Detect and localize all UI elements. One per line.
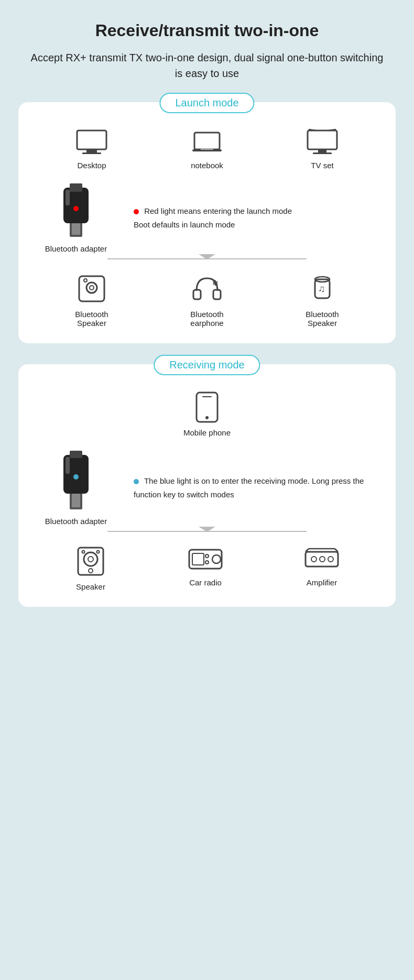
svg-rect-35 bbox=[66, 457, 70, 474]
svg-point-46 bbox=[205, 561, 209, 564]
launch-adapter-label: Bluetooth adapter bbox=[45, 244, 107, 253]
page-title: Receive/transmit two-in-one bbox=[95, 21, 319, 40]
device-notebook: notebook bbox=[190, 128, 224, 170]
receiving-adapter-col: Bluetooth adapter bbox=[34, 450, 118, 526]
svg-rect-33 bbox=[70, 451, 82, 458]
tv-icon bbox=[306, 128, 339, 157]
receiving-mode-badge: Receiving mode bbox=[154, 355, 260, 375]
svg-point-40 bbox=[82, 551, 85, 553]
amplifier-label: Amplifier bbox=[307, 578, 337, 587]
svg-rect-1 bbox=[86, 149, 97, 153]
svg-point-51 bbox=[311, 557, 317, 562]
svg-point-38 bbox=[88, 557, 93, 562]
svg-rect-43 bbox=[192, 553, 204, 565]
receiving-adapter-icon bbox=[55, 450, 97, 513]
svg-point-41 bbox=[97, 551, 100, 553]
car-radio-icon bbox=[187, 545, 224, 574]
bt-speaker2-icon: ♫ bbox=[306, 272, 339, 306]
svg-rect-17 bbox=[79, 276, 104, 301]
svg-rect-7 bbox=[318, 149, 326, 153]
launch-mode-card: Launch mode Desktop notebook bbox=[18, 102, 396, 343]
svg-rect-12 bbox=[72, 223, 80, 235]
bt-speaker1-label: BluetoothSpeaker bbox=[75, 310, 108, 328]
device-speaker: Speaker bbox=[74, 545, 107, 591]
svg-text:✱: ✱ bbox=[212, 279, 219, 287]
svg-point-45 bbox=[205, 554, 209, 558]
launch-adapter-icon bbox=[55, 182, 97, 240]
bt-speaker1-icon bbox=[75, 272, 108, 306]
svg-point-53 bbox=[328, 557, 333, 562]
device-bt-earphone: ✱ Bluetoothearphone bbox=[190, 272, 224, 328]
device-desktop: Desktop bbox=[75, 128, 108, 170]
svg-point-28 bbox=[205, 416, 209, 419]
blue-dot-icon bbox=[134, 479, 139, 484]
receiving-info-line1: The blue light is on to enter the receiv… bbox=[134, 474, 380, 501]
svg-point-39 bbox=[89, 569, 93, 573]
device-tv: TV set bbox=[306, 128, 339, 170]
mobile-icon bbox=[193, 390, 221, 424]
red-dot-icon bbox=[134, 209, 139, 214]
receiving-top-devices: Mobile phone bbox=[34, 390, 380, 437]
svg-text:♫: ♫ bbox=[318, 284, 325, 294]
desktop-icon bbox=[75, 128, 108, 157]
device-mobile: Mobile phone bbox=[183, 390, 231, 437]
receiving-adapter-label: Bluetooth adapter bbox=[45, 517, 107, 526]
svg-point-34 bbox=[73, 474, 79, 480]
svg-point-19 bbox=[90, 286, 94, 290]
svg-point-37 bbox=[84, 552, 97, 566]
notebook-icon bbox=[190, 128, 224, 157]
car-radio-label: Car radio bbox=[189, 578, 222, 587]
svg-rect-6 bbox=[308, 130, 337, 149]
svg-rect-42 bbox=[189, 550, 222, 569]
bt-earphone-icon: ✱ bbox=[190, 272, 224, 306]
desktop-label: Desktop bbox=[77, 161, 106, 170]
svg-point-20 bbox=[84, 279, 87, 282]
launch-top-devices: Desktop notebook TV set bbox=[34, 128, 380, 170]
launch-info-line1: Red light means entering the launch mode bbox=[134, 204, 380, 218]
launch-info-line2: Boot defaults in launch mode bbox=[134, 218, 380, 232]
svg-point-15 bbox=[73, 206, 79, 211]
svg-rect-21 bbox=[193, 290, 201, 299]
mobile-label: Mobile phone bbox=[183, 428, 231, 437]
svg-point-18 bbox=[86, 282, 97, 293]
receiving-mode-card: Receiving mode Mobile phone bbox=[18, 364, 396, 607]
svg-rect-2 bbox=[82, 153, 101, 154]
svg-rect-0 bbox=[77, 130, 106, 149]
speaker-icon bbox=[74, 545, 107, 578]
device-bt-speaker1: BluetoothSpeaker bbox=[75, 272, 108, 328]
svg-rect-31 bbox=[72, 494, 80, 507]
amplifier-icon bbox=[303, 545, 340, 574]
svg-rect-22 bbox=[213, 290, 221, 299]
device-amplifier: Amplifier bbox=[303, 545, 340, 587]
svg-rect-8 bbox=[313, 153, 332, 154]
notebook-label: notebook bbox=[191, 161, 223, 170]
receiving-info-col: The blue light is on to enter the receiv… bbox=[134, 474, 380, 501]
launch-divider bbox=[107, 258, 307, 259]
speaker-label: Speaker bbox=[76, 582, 105, 591]
receiving-center-row: Bluetooth adapter The blue light is on t… bbox=[34, 450, 380, 526]
receiving-divider bbox=[107, 531, 307, 532]
svg-point-52 bbox=[320, 557, 325, 562]
page-subtitle: Accept RX+ transmit TX two-in-one design… bbox=[29, 50, 385, 81]
launch-info-col: Red light means entering the launch mode… bbox=[134, 204, 380, 231]
receiving-bottom-devices: Speaker Car radio bbox=[34, 545, 380, 591]
launch-center-row: Bluetooth adapter Red light means enteri… bbox=[34, 182, 380, 253]
launch-mode-badge: Launch mode bbox=[159, 93, 254, 113]
tv-label: TV set bbox=[311, 161, 333, 170]
svg-rect-14 bbox=[70, 183, 82, 192]
svg-point-44 bbox=[212, 555, 221, 563]
launch-adapter-col: Bluetooth adapter bbox=[34, 182, 118, 253]
bt-earphone-label: Bluetoothearphone bbox=[190, 310, 223, 328]
svg-rect-3 bbox=[194, 133, 220, 149]
svg-rect-16 bbox=[66, 190, 70, 205]
device-car-radio: Car radio bbox=[187, 545, 224, 587]
device-bt-speaker2: ♫ BluetoothSpeaker bbox=[306, 272, 339, 328]
launch-bottom-devices: BluetoothSpeaker ✱ Bluetoothearphone bbox=[34, 272, 380, 328]
bt-speaker2-label: BluetoothSpeaker bbox=[306, 310, 339, 328]
